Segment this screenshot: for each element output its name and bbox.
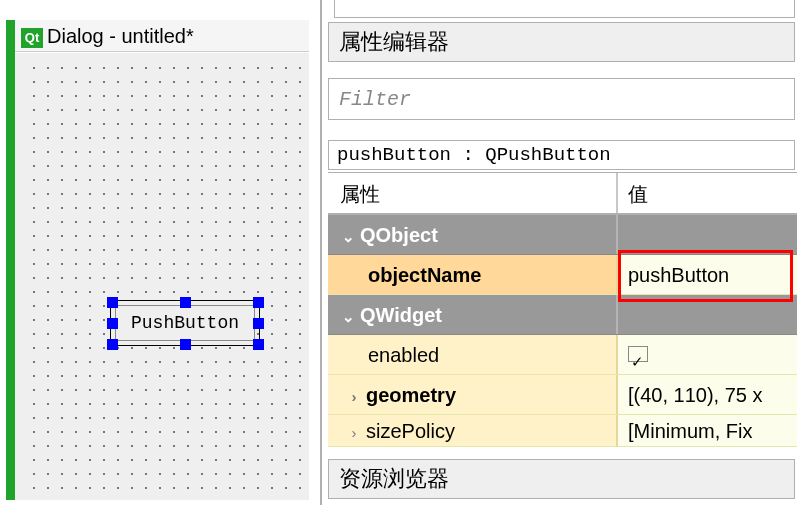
property-table-header: 属性 值 [328,173,797,215]
blank-strip [334,0,795,18]
chevron-right-icon[interactable]: › [346,417,362,449]
canvas-title-text: Dialog - untitled* [47,25,194,47]
prop-name: geometry [366,384,456,406]
chevron-right-icon[interactable]: › [346,377,362,417]
sel-handle-s[interactable] [180,339,191,350]
canvas-body[interactable]: PushButton [15,53,309,500]
sel-handle-n[interactable] [180,297,191,308]
selected-object-label: pushButton : QPushButton [328,140,795,170]
prop-value[interactable]: pushButton [628,264,729,286]
col-header-value[interactable]: 值 [618,173,797,213]
group-row-qobject[interactable]: ⌄QObject [328,215,797,255]
prop-name: objectName [368,264,481,286]
sel-handle-se[interactable] [253,339,264,350]
sel-handle-e[interactable] [253,318,264,329]
prop-row-sizepolicy[interactable]: ›sizePolicy [Minimum, Fix [328,415,797,447]
filter-input[interactable] [329,79,794,119]
col-header-name[interactable]: 属性 [328,173,618,213]
property-table[interactable]: 属性 值 ⌄QObject objectName pushButton ⌄QWi… [328,172,797,450]
prop-row-objectname[interactable]: objectName pushButton [328,255,797,295]
group-label: QWidget [360,304,442,326]
sel-handle-sw[interactable] [107,339,118,350]
qt-logo-icon: Qt [21,28,43,48]
grid-dots [27,61,309,500]
sel-handle-ne[interactable] [253,297,264,308]
chevron-down-icon: ⌄ [340,297,356,337]
chevron-down-icon: ⌄ [340,217,356,257]
property-editor-header[interactable]: 属性编辑器 [328,22,795,62]
filter-box [328,78,795,120]
resource-browser-header[interactable]: 资源浏览器 [328,459,795,499]
prop-name: sizePolicy [366,420,455,442]
checkbox-checked-icon[interactable] [628,346,648,362]
prop-row-geometry[interactable]: ›geometry [(40, 110), 75 x [328,375,797,415]
right-panel: 属性编辑器 pushButton : QPushButton 属性 值 ⌄QOb… [320,0,797,505]
group-label: QObject [360,224,438,246]
form-canvas[interactable]: QtDialog - untitled* PushButton [6,20,309,500]
prop-value[interactable]: [(40, 110), 75 x [628,384,763,406]
canvas-titlebar: QtDialog - untitled* [15,20,309,52]
group-row-qwidget[interactable]: ⌄QWidget [328,295,797,335]
sel-handle-nw[interactable] [107,297,118,308]
pushbutton-widget[interactable]: PushButton [115,305,255,341]
sel-handle-w[interactable] [107,318,118,329]
prop-value[interactable]: [Minimum, Fix [628,420,752,442]
prop-name: enabled [368,344,439,366]
prop-row-enabled[interactable]: enabled [328,335,797,375]
